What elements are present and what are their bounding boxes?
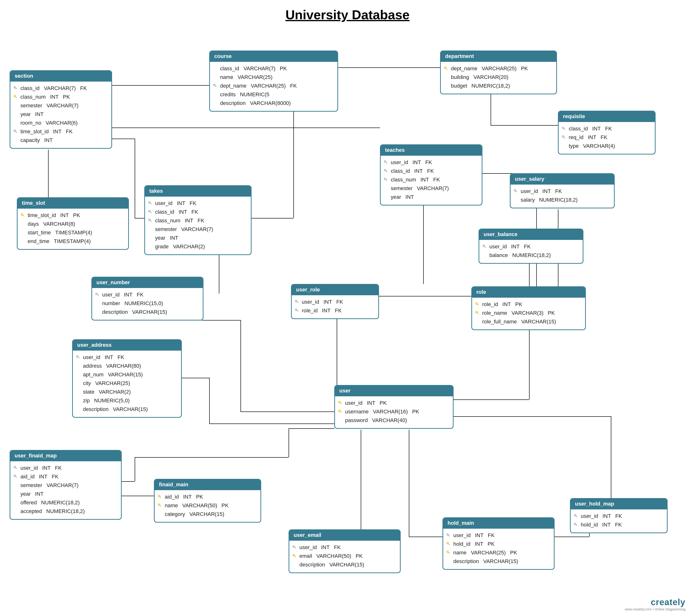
column-type: VARCHAR(16) <box>373 409 408 415</box>
er-diagram-canvas: University Database creately www.createl… <box>0 0 695 616</box>
column-type: VARCHAR(20) <box>474 74 508 80</box>
connector-segment <box>202 320 240 320</box>
table-body: user_idINTFKclass_idINTFKclass_numINTFKs… <box>381 155 482 205</box>
column-type: INT <box>367 400 375 406</box>
connector-segment <box>111 138 135 139</box>
primary-key-icon <box>474 302 481 307</box>
table-user_role[interactable]: user_roleuser_idINTFKrole_idINTFK <box>291 284 379 319</box>
table-name: teaches <box>385 147 405 153</box>
foreign-key-icon <box>294 308 300 313</box>
table-requisite[interactable]: requisiteclass_idINTFKreq_idINTFKtypeVAR… <box>558 111 656 154</box>
column-type: INT <box>177 200 185 206</box>
column-row: user_idINTFK <box>512 187 612 196</box>
foreign-key-icon <box>512 189 519 194</box>
column-type: VARCHAR(25) <box>95 380 130 386</box>
table-user_finaid_map[interactable]: user_finaid_mapuser_idINTFKaid_idINTFKse… <box>10 450 122 520</box>
column-row: yearINT <box>12 490 120 498</box>
column-row: capacityINT <box>12 136 110 145</box>
foreign-key-icon <box>383 168 389 174</box>
table-name: user_address <box>77 342 112 348</box>
column-type: VARCHAR(40) <box>372 417 407 423</box>
table-header: user_finaid_map <box>10 451 121 461</box>
primary-key-icon <box>12 94 19 100</box>
column-row: time_slot_idINTFK <box>12 127 110 136</box>
column-type: NUMERIC(18,2) <box>46 508 85 514</box>
connector-segment <box>337 67 440 68</box>
table-header: finaid_main <box>155 480 260 490</box>
column-row: daysVARCHAR(8) <box>19 220 127 228</box>
column-type: INT <box>475 541 483 547</box>
column-type: VARCHAR(25) <box>238 74 272 80</box>
column-name: zip <box>83 398 90 404</box>
column-key-constraint: FK <box>605 126 612 132</box>
table-role[interactable]: rolerole_idINTPKrole_nameVARCHAR(3)PKrol… <box>471 286 586 330</box>
table-section[interactable]: sectionclass_idVARCHAR(7)FKclass_numINTP… <box>10 70 112 149</box>
table-teaches[interactable]: teachesuser_idINTFKclass_idINTFKclass_nu… <box>380 144 482 205</box>
column-row: semesterVARCHAR(7) <box>382 184 480 193</box>
column-name: year <box>155 235 166 241</box>
table-hold_main[interactable]: hold_mainuser_idINTFKhold_idINTPKnameVAR… <box>442 517 555 570</box>
column-type: VARCHAR(2) <box>173 244 205 250</box>
foreign-key-icon <box>12 86 19 91</box>
table-header: user_balance <box>479 229 583 239</box>
column-name: class_id <box>391 168 410 174</box>
connector-segment <box>209 378 210 423</box>
table-user[interactable]: useruser_idINTPKusernameVARCHAR(16)PKpas… <box>334 385 454 429</box>
table-user_hold_map[interactable]: user_hold_mapuser_idINTFKhold_idINTFK <box>570 498 667 533</box>
column-row: buildingVARCHAR(20) <box>442 73 555 82</box>
column-name: class_id <box>155 209 174 215</box>
table-body: user_idINTFKaid_idINTFKsemesterVARCHAR(7… <box>10 461 121 519</box>
column-key-constraint: FK <box>524 244 531 250</box>
column-name: user_id <box>345 400 362 406</box>
column-type: VARCHAR(7) <box>243 65 275 72</box>
primary-key-icon <box>156 494 163 500</box>
column-name: balance <box>489 252 508 259</box>
table-name: user_balance <box>484 231 518 237</box>
foreign-key-icon <box>212 83 219 88</box>
column-name: hold_id <box>581 522 598 528</box>
column-type: INT <box>603 513 611 519</box>
column-type: INT <box>185 218 193 224</box>
column-row: user_idINTFK <box>382 158 480 167</box>
table-time_slot[interactable]: time_slottime_slot_idINTPKdaysVARCHAR(8)… <box>17 197 129 250</box>
table-header: section <box>10 71 111 81</box>
column-type: VARCHAR(15) <box>113 406 148 413</box>
column-name: class_id <box>20 85 39 91</box>
table-department[interactable]: departmentdept_nameVARCHAR(25)PKbuilding… <box>440 51 557 94</box>
column-key-constraint: PK <box>521 65 528 72</box>
column-row: budgetNUMERIC(18,2) <box>442 82 555 90</box>
foreign-key-icon <box>12 474 19 479</box>
column-name: time_slot_id <box>20 129 49 135</box>
table-header: user_number <box>92 278 203 287</box>
column-row: user_idINTFK <box>291 543 399 552</box>
column-type: INT <box>44 137 53 144</box>
column-name: user_id <box>83 354 100 361</box>
column-row: user_idINTFK <box>445 531 553 540</box>
table-course[interactable]: courseclass_idVARCHAR(7)PKnameVARCHAR(25… <box>209 51 338 112</box>
column-name: user_id <box>453 532 471 538</box>
table-user_balance[interactable]: user_balanceuser_idINTFKbalanceNUMERIC(1… <box>478 229 583 264</box>
column-row: yearINT <box>382 193 480 201</box>
table-body: dept_nameVARCHAR(25)PKbuildingVARCHAR(20… <box>441 61 556 94</box>
table-user_number[interactable]: user_numberuser_idINTFKnumberNUMERIC(15,… <box>91 277 203 320</box>
table-user_salary[interactable]: user_salaryuser_idINTFKsalaryNUMERIC(18,… <box>510 173 615 209</box>
table-user_email[interactable]: user_emailuser_idINTFKemailVARCHAR(50)PK… <box>289 529 401 573</box>
column-type: VARCHAR(7) <box>44 85 76 91</box>
column-name: username <box>345 409 369 415</box>
column-name: number <box>102 300 120 306</box>
column-row: descriptionVARCHAR(15) <box>94 308 201 316</box>
column-type: INT <box>35 111 44 117</box>
table-takes[interactable]: takesuser_idINTFKclass_idINTFKclass_numI… <box>144 185 252 255</box>
table-body: class_idVARCHAR(7)FKclass_numINTPKsemest… <box>10 81 111 148</box>
table-header: takes <box>145 186 251 196</box>
primary-key-icon <box>337 409 344 414</box>
table-finaid_main[interactable]: finaid_mainaid_idINTPKnameVARCHAR(50)PKc… <box>154 479 261 523</box>
table-user_address[interactable]: user_addressuser_idINTFKaddressVARCHAR(8… <box>72 339 182 418</box>
connector-segment <box>293 100 294 218</box>
foreign-key-icon <box>12 129 19 134</box>
column-key-constraint: PK <box>488 541 494 547</box>
column-row: passwordVARCHAR(40) <box>336 416 452 425</box>
primary-key-icon <box>337 400 344 406</box>
column-type: INT <box>170 235 178 241</box>
column-row: req_idINTFK <box>560 133 654 142</box>
